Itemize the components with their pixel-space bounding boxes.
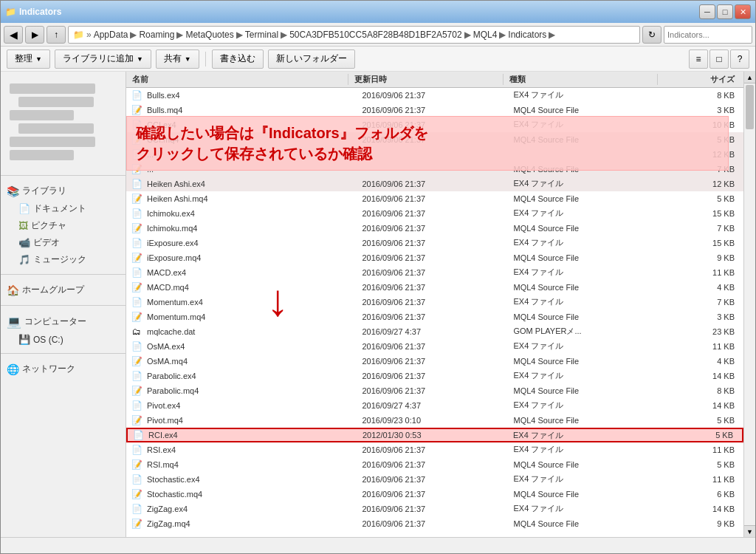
file-date: 2016/09/06 21:37 <box>357 445 508 454</box>
file-name: Pivot.mq4 <box>144 416 357 425</box>
table-row[interactable]: 📝 Momentum.mq4 2016/09/06 21:37 MQL4 Sou… <box>126 310 743 324</box>
table-row[interactable]: 📝 RSI.mq4 2016/09/06 21:37 MQL4 Source F… <box>126 457 743 472</box>
file-icon: 📝 <box>129 519 144 529</box>
sidebar-item-music[interactable]: 🎵 ミュージック <box>7 251 120 268</box>
maximize-button[interactable]: □ <box>717 4 733 19</box>
breadcrumb-mql4[interactable]: MQL4 <box>473 30 498 40</box>
new-folder-button[interactable]: 新しいフォルダー <box>268 49 355 69</box>
file-type: MQL4 Source File <box>508 312 659 321</box>
breadcrumb-appdata[interactable]: AppData <box>94 30 128 40</box>
breadcrumb-indicators[interactable]: Indicators <box>508 30 546 40</box>
breadcrumb-terminal[interactable]: Terminal <box>245 30 278 40</box>
up-button[interactable]: ↑ <box>47 26 66 44</box>
close-button[interactable]: ✕ <box>735 4 751 19</box>
table-row[interactable]: 📝 iExposure.mq4 2016/09/06 21:37 MQL4 So… <box>126 250 743 265</box>
forward-button[interactable]: ▶ <box>25 26 44 44</box>
scrollbar-down[interactable]: ▼ <box>744 525 755 537</box>
table-row[interactable]: 📝 Pivot.mq4 2016/09/23 0:10 MQL4 Source … <box>126 413 743 428</box>
column-date[interactable]: 更新日時 <box>348 74 503 85</box>
table-row[interactable]: 📄 RCI.ex4 2012/01/30 0:53 EX4 ファイル 5 KB <box>126 428 743 442</box>
file-date: 2016/09/06 21:37 <box>357 475 508 484</box>
file-type: MQL4 Source File <box>508 416 659 425</box>
file-type: EX4 ファイル <box>508 473 659 485</box>
annotation-line1: 確認したい場合は『Indicators』フォルダを <box>136 123 719 143</box>
file-date: 2016/09/06 21:37 <box>357 268 508 277</box>
scrollbar-up[interactable]: ▲ <box>744 72 755 83</box>
sidebar-item-documents[interactable]: 📄 ドキュメント <box>7 200 120 217</box>
file-type: MQL4 Source File <box>508 386 659 395</box>
file-date: 2016/09/27 4:37 <box>357 401 508 410</box>
minimize-button[interactable]: ─ <box>699 4 715 19</box>
file-size: 7 KB <box>659 298 741 307</box>
table-row[interactable]: 📝 Parabolic.mq4 2016/09/06 21:37 MQL4 So… <box>126 383 743 398</box>
file-type: MQL4 Source File <box>508 460 659 469</box>
organize-button[interactable]: 整理 ▼ <box>7 49 50 69</box>
file-date: 2016/09/06 21:37 <box>357 239 508 247</box>
file-size: 3 KB <box>659 312 741 321</box>
burn-button[interactable]: 書き込む <box>212 49 264 69</box>
table-row[interactable]: 🗂 mqlcache.dat 2016/09/27 4:37 GOM PLAYE… <box>126 324 743 339</box>
file-name: Parabolic.ex4 <box>144 372 357 380</box>
table-row[interactable]: 📝 ZigZag.mq4 2016/09/06 21:37 MQL4 Sourc… <box>126 516 743 531</box>
search-box[interactable]: 🔍 <box>664 26 752 44</box>
file-date: 2016/09/06 21:37 <box>357 179 508 188</box>
add-to-library-button[interactable]: ライブラリに追加 ▼ <box>55 49 151 69</box>
sidebar-item-pictures[interactable]: 🖼 ピクチャ <box>7 217 120 234</box>
column-type[interactable]: 種類 <box>504 74 658 85</box>
table-row[interactable]: 📄 MACD.ex4 2016/09/06 21:37 EX4 ファイル 11 … <box>126 265 743 280</box>
table-row[interactable]: 📝 Ichimoku.mq4 2016/09/06 21:37 MQL4 Sou… <box>126 221 743 236</box>
table-row[interactable]: 📝 MACD.mq4 2016/09/06 21:37 MQL4 Source … <box>126 280 743 295</box>
sidebar-item-os-drive[interactable]: 💾 OS (C:) <box>7 332 120 347</box>
library-group[interactable]: 📚 ライブラリ <box>7 182 120 200</box>
breadcrumb-hash[interactable]: 50CA3DFB510CC5A8F28B48D1BF2A5702 <box>289 30 461 40</box>
table-row[interactable]: 📄 iExposure.ex4 2016/09/06 21:37 EX4 ファイ… <box>126 236 743 250</box>
breadcrumb-roaming[interactable]: Roaming <box>139 30 174 40</box>
table-row[interactable]: 📄 Ichimoku.ex4 2016/09/06 21:37 EX4 ファイル… <box>126 206 743 221</box>
breadcrumb[interactable]: 📁 » AppData ▶ Roaming ▶ MetaQuotes ▶ Ter… <box>68 26 640 44</box>
file-icon: 📄 <box>129 400 144 411</box>
table-row[interactable]: 📄 RSI.ex4 2016/09/06 21:37 EX4 ファイル 11 K… <box>126 442 743 457</box>
sidebar-item-video[interactable]: 📹 ビデオ <box>7 234 120 251</box>
table-row[interactable]: 📄 Bulls.ex4 2016/09/06 21:37 EX4 ファイル 8 … <box>126 88 743 103</box>
file-type: MQL4 Source File <box>508 224 659 233</box>
table-row[interactable]: 📝 Bulls.mq4 2016/09/06 21:37 MQL4 Source… <box>126 103 743 117</box>
file-size: 4 KB <box>659 357 741 366</box>
table-row[interactable]: 📝 Stochastic.mq4 2016/09/06 21:37 MQL4 S… <box>126 487 743 502</box>
view-options-button[interactable]: ≡ <box>689 49 708 69</box>
table-row[interactable]: 📝 Heiken Ashi.mq4 2016/09/06 21:37 MQL4 … <box>126 191 743 206</box>
table-row[interactable]: 📄 Parabolic.ex4 2016/09/06 21:37 EX4 ファイ… <box>126 369 743 383</box>
file-date: 2016/09/06 21:37 <box>357 372 508 380</box>
file-size: 7 KB <box>659 224 741 233</box>
table-row[interactable]: 📝 OsMA.mq4 2016/09/06 21:37 MQL4 Source … <box>126 354 743 369</box>
table-row[interactable]: 📄 Momentum.ex4 2016/09/06 21:37 EX4 ファイル… <box>126 295 743 310</box>
view-toggle-button[interactable]: □ <box>709 49 729 69</box>
search-input[interactable] <box>667 30 756 39</box>
file-type: EX4 ファイル <box>508 503 659 514</box>
column-name[interactable]: 名前 <box>129 74 348 85</box>
file-icon: 📄 <box>129 208 144 219</box>
table-row[interactable]: 📄 ZigZag.ex4 2016/09/06 21:37 EX4 ファイル 1… <box>126 502 743 516</box>
file-name: MACD.mq4 <box>144 283 357 292</box>
table-row[interactable]: 📄 OsMA.ex4 2016/09/06 21:37 EX4 ファイル 11 … <box>126 339 743 354</box>
fav-item-5 <box>10 137 95 147</box>
table-row[interactable]: 📄 Heiken Ashi.ex4 2016/09/06 21:37 EX4 フ… <box>126 177 743 191</box>
breadcrumb-metaquotes[interactable]: MetaQuotes <box>185 30 233 40</box>
music-label: ミュージック <box>33 253 86 266</box>
file-icon: 📝 <box>129 282 144 293</box>
homegroup-group[interactable]: 🏠 ホームグループ <box>7 281 120 299</box>
file-type: EX4 ファイル <box>508 267 659 278</box>
network-group[interactable]: 🌐 ネットワーク <box>7 360 120 378</box>
table-row[interactable]: 📄 Pivot.ex4 2016/09/27 4:37 EX4 ファイル 14 … <box>126 398 743 413</box>
computer-group[interactable]: 💻 コンピューター <box>7 312 120 332</box>
back-button[interactable]: ◀ <box>4 26 23 44</box>
file-type: MQL4 Source File <box>508 106 659 114</box>
share-button[interactable]: 共有 ▼ <box>156 49 199 69</box>
scrollbar-thumb[interactable] <box>746 85 754 129</box>
help-button[interactable]: ? <box>730 49 749 69</box>
scrollbar[interactable]: ▲ ▼ <box>743 72 755 537</box>
homegroup-section: 🏠 ホームグループ <box>1 278 126 302</box>
column-size[interactable]: サイズ <box>658 74 740 85</box>
title-bar-left: 📁 Indicators <box>5 7 61 17</box>
table-row[interactable]: 📄 Stochastic.ex4 2016/09/06 21:37 EX4 ファ… <box>126 472 743 487</box>
refresh-button[interactable]: ↻ <box>642 26 662 44</box>
